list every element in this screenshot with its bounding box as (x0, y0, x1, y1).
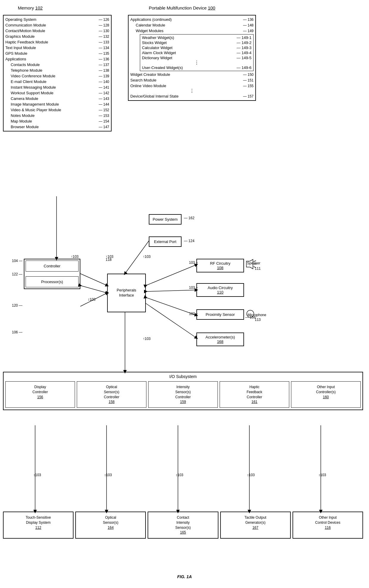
memory-item-contact: Contact/Motion Module — 130 (5, 28, 109, 34)
speaker-icon (245, 259, 257, 269)
io-dev-touchdisplay: Touch-SensitiveDisplay System112 (3, 512, 74, 539)
io-dev-otherinput: Other InputControl Devices116 (293, 512, 363, 539)
widget-calc: Calculator Widget — 149-3 (142, 45, 251, 50)
io-display-controller: DisplayController156 (5, 381, 75, 408)
extport-ref: — 124 (184, 239, 194, 243)
io-controllers-row: DisplayController156 OpticalSensor(s)Con… (5, 381, 361, 408)
svg-point-4 (247, 310, 254, 317)
pmd-box: Applications (continued) — 136 Calendar … (128, 15, 256, 101)
bus-103-e: 103→ (189, 286, 198, 290)
proximity-sensor-box: Proximity Sensor (196, 309, 244, 320)
memory-item-videoplayer: Video & Music Player Module — 152 (5, 107, 109, 113)
pmd-title: Portable Multifunction Device 100 (149, 5, 215, 10)
memory-item-contacts: Contacts Module — 137 (5, 62, 109, 68)
accelerometer-box: Accelerometer(s) 168 (196, 333, 244, 346)
ref-104: 104 — (12, 259, 22, 263)
pmd-item-search: Search Module — 151 (130, 77, 254, 83)
io-optical-controller: OpticalSensor(s)Controller158 (77, 381, 146, 408)
pmd-item-calendar: Calendar Module — 148 (130, 22, 254, 28)
bus-103-g: ↑103 (143, 337, 151, 341)
external-port-box: External Port (149, 236, 182, 247)
microphone-icon (246, 309, 255, 318)
memory-item-haptic: Haptic Feedback Module — 133 (5, 39, 109, 45)
io-dev-opticalsensor: OpticalSensor(s)164 (75, 512, 146, 539)
widget-stocks: Stocks Widget — 149-2 (142, 40, 251, 45)
svg-line-9 (146, 265, 196, 286)
memory-item-map: Map Module — 154 (5, 118, 109, 124)
ref-120: 120 — (12, 303, 22, 308)
svg-line-7 (80, 286, 107, 293)
peripherals-interface-box: PeripheralsInterface (107, 274, 146, 312)
peripherals-label: PeripheralsInterface (117, 288, 136, 298)
memory-item-comm: Communication Module — 128 (5, 22, 109, 28)
controller-processor-box: Controller Processor(s) (24, 259, 80, 289)
bus-103-a: ↑103 (71, 255, 79, 259)
io-subsystem-box: I/O Subsystem DisplayController156 Optic… (3, 372, 363, 410)
memory-title: Memory 102 (18, 5, 43, 10)
controller-box: Controller (26, 261, 79, 272)
extport-label: External Port (151, 239, 180, 244)
svg-line-13 (146, 303, 196, 338)
svg-line-3 (254, 266, 256, 268)
memory-ref: 102 (35, 5, 43, 10)
audio-circuitry-box: Audio Circuitry 110 (196, 283, 244, 297)
pmd-item-devicestate: Device/Global Internal State — 157 (130, 93, 254, 99)
power-ref: — 162 (184, 216, 194, 220)
widget-dots: ⋮ (142, 60, 251, 65)
memory-item-textinput: Text Input Module — 134 (5, 45, 109, 51)
audio-ref: 110 (198, 290, 242, 294)
ref-122: 122 — (12, 272, 22, 276)
pmd-dots: ⋮ (130, 89, 254, 93)
power-label: Power System (151, 217, 180, 222)
io-haptic-controller: HapticFeedbackController161 (220, 381, 289, 408)
widget-dict: Dictionary Widget — 149-5 (142, 55, 251, 60)
bus-103-io5: ↕103 (318, 473, 326, 477)
bus-103-f: 103→ (189, 312, 198, 316)
svg-line-1 (254, 261, 256, 262)
bus-103-io1: ↕103 (33, 473, 41, 477)
rf-ref: 108 (198, 266, 242, 270)
widget-inner-box: Weather Widget(s) — 149-1 Stocks Widget … (140, 34, 254, 71)
memory-item-im: Instant Messaging Module — 141 (5, 84, 109, 90)
svg-line-6 (80, 274, 107, 286)
pmd-item-widgetcreator: Widget Creator Module — 150 (130, 72, 254, 77)
svg-line-10 (146, 290, 196, 291)
microphone-ref: 113 (255, 318, 261, 322)
memory-item-graphics: Graphics Module — 132 (5, 34, 109, 39)
bus-103-io3: ↕103 (176, 473, 183, 477)
memory-item-notes: Notes Module — 153 (5, 113, 109, 118)
bus-103-c: ↑103 (143, 255, 151, 259)
memory-item-gps: GPS Module — 135 (5, 51, 109, 56)
audio-label: Audio Circuitry (198, 286, 242, 290)
io-dev-contactintensity: ContactIntensitySensor(s)165 (148, 512, 218, 539)
rf-circuitry-box: RF Circuitry 108 (196, 259, 244, 272)
svg-marker-0 (246, 259, 253, 269)
bus-103-io2: ↕103 (104, 473, 112, 477)
power-system-box: Power System (149, 214, 182, 225)
memory-item-telephone: Telephone Module — 138 (5, 68, 109, 73)
memory-item-browser: Browser Module — 147 (5, 124, 109, 130)
memory-item-apps: Applications — 136 (5, 56, 109, 62)
memory-item-os: Operating System — 126 (5, 17, 109, 22)
bus-103-d: 103→ (189, 261, 198, 265)
widget-weather: Weather Widget(s) — 149-1 (142, 35, 251, 40)
bus-103-h: ↕103 (88, 297, 96, 302)
pmd-item-apps-cont: Applications (continued) — 136 (130, 17, 254, 22)
bus-103-io4: ↕103 (247, 473, 255, 477)
prox-label: Proximity Sensor (198, 312, 242, 317)
io-intensity-controller: IntensitySensor(s)Controller159 (148, 381, 218, 408)
figure-caption: FIG. 1A (177, 574, 192, 579)
processor-box: Processor(s) (26, 276, 79, 287)
memory-item-imagemgmt: Image Management Module — 144 (5, 101, 109, 107)
io-subsystem-title: I/O Subsystem (5, 374, 361, 379)
widget-alarm: Alarm Clock Widget — 149-4 (142, 50, 251, 55)
io-otherinput-controller: Other InputController(s)160 (291, 381, 361, 408)
memory-item-camera: Camera Module — 143 (5, 96, 109, 101)
memory-item-workout: Workout Support Module — 142 (5, 90, 109, 96)
pmd-item-onlinevideo: Online Video Module — 155 (130, 83, 254, 89)
memory-item-videoconf: Video Conference Module — 139 (5, 73, 109, 79)
accel-ref: 168 (198, 339, 242, 344)
memory-box: Operating System — 126 Communication Mod… (3, 15, 112, 131)
bus-103-b: ↑103 (106, 255, 113, 259)
io-dev-tactileoutput: Tactile OutputGenerator(s)167 (220, 512, 291, 539)
